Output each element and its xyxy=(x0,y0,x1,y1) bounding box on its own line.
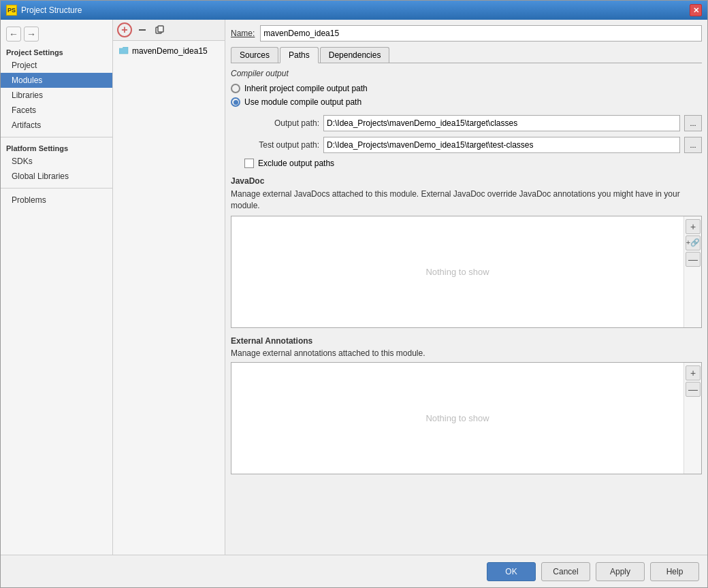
title-bar-left: PS Project Structure xyxy=(6,5,82,16)
javadoc-empty-label: Nothing to show xyxy=(425,267,489,277)
javadoc-box: Nothing to show + +🔗 — xyxy=(231,216,702,328)
tabs-row: Sources Paths Dependencies xyxy=(231,47,702,63)
nav-forward-button[interactable]: → xyxy=(24,27,39,42)
name-label: Name: xyxy=(231,29,255,38)
output-path-row: Output path: ... xyxy=(231,115,702,131)
javadoc-desc: Manage external JavaDocs attached to thi… xyxy=(231,189,702,212)
javadoc-section: JavaDoc Manage external JavaDocs attache… xyxy=(231,176,702,328)
radio-use-module-label: Use module compile output path xyxy=(244,97,361,107)
radio-use-module-item[interactable]: Use module compile output path xyxy=(231,97,702,107)
radio-inherit-item[interactable]: Inherit project compile output path xyxy=(231,84,702,93)
platform-settings-label: Platform Settings xyxy=(1,142,112,154)
sidebar-item-sdks[interactable]: SDKs xyxy=(1,154,112,169)
title-bar: PS Project Structure ✕ xyxy=(1,1,707,20)
ext-annotations-header: External Annotations xyxy=(231,336,702,346)
svg-rect-2 xyxy=(158,26,163,32)
module-item[interactable]: mavenDemo_idea15 xyxy=(116,44,222,59)
window-title: Project Structure xyxy=(21,5,82,15)
window-icon: PS xyxy=(6,5,17,16)
sidebar-item-artifacts[interactable]: Artifacts xyxy=(1,118,112,133)
project-structure-window: PS Project Structure ✕ ← → Project Setti… xyxy=(0,0,708,588)
remove-module-button[interactable] xyxy=(135,22,150,37)
help-button[interactable]: Help xyxy=(650,562,699,581)
javadoc-add-button[interactable]: + xyxy=(686,219,701,234)
javadoc-remove-button[interactable]: — xyxy=(686,252,701,267)
ok-button[interactable]: OK xyxy=(487,562,536,581)
project-settings-label: Project Settings xyxy=(1,46,112,58)
ext-annotations-section: External Annotations Manage external ann… xyxy=(231,336,702,474)
add-module-button[interactable]: + xyxy=(117,22,132,37)
sidebar: ← → Project Settings Project Modules Lib… xyxy=(1,20,113,555)
copy-module-button[interactable] xyxy=(152,22,167,37)
ext-annotations-box: Nothing to show + — xyxy=(231,362,702,474)
name-input[interactable] xyxy=(260,25,702,42)
javadoc-list: Nothing to show xyxy=(231,216,683,327)
module-panel: + xyxy=(113,20,225,555)
name-row: Name: xyxy=(231,25,702,42)
tab-sources[interactable]: Sources xyxy=(231,47,278,63)
sidebar-item-problems[interactable]: Problems xyxy=(1,193,112,208)
radio-use-module-circle xyxy=(231,97,240,107)
module-name: mavenDemo_idea15 xyxy=(132,46,208,56)
radio-inherit-label: Inherit project compile output path xyxy=(244,84,368,93)
javadoc-side-buttons: + +🔗 — xyxy=(683,216,701,327)
test-output-path-browse-button[interactable]: ... xyxy=(684,137,702,153)
sidebar-item-libraries[interactable]: Libraries xyxy=(1,88,112,103)
ext-annotations-side-buttons: + — xyxy=(683,363,701,474)
ext-annotations-empty-label: Nothing to show xyxy=(425,413,489,423)
test-output-path-input[interactable] xyxy=(323,137,680,153)
sidebar-item-global-libraries[interactable]: Global Libraries xyxy=(1,169,112,184)
output-path-browse-button[interactable]: ... xyxy=(684,115,702,131)
exclude-checkbox[interactable] xyxy=(244,159,254,168)
sidebar-item-facets[interactable]: Facets xyxy=(1,103,112,118)
apply-button[interactable]: Apply xyxy=(596,562,645,581)
tab-paths[interactable]: Paths xyxy=(280,47,319,63)
radio-group: Inherit project compile output path Use … xyxy=(231,84,702,107)
sidebar-item-modules[interactable]: Modules xyxy=(1,73,112,88)
cancel-button[interactable]: Cancel xyxy=(541,562,590,581)
main-area: Name: Sources Paths Dependencies Compile… xyxy=(225,20,707,555)
close-button[interactable]: ✕ xyxy=(690,4,702,16)
module-folder-icon xyxy=(118,46,129,56)
javadoc-add-url-button[interactable]: +🔗 xyxy=(686,235,701,250)
ext-annotations-remove-button[interactable]: — xyxy=(686,382,701,397)
nav-back-button[interactable]: ← xyxy=(6,27,21,42)
tab-dependencies[interactable]: Dependencies xyxy=(320,47,390,63)
main-content: ← → Project Settings Project Modules Lib… xyxy=(1,20,707,555)
bottom-bar: OK Cancel Apply Help xyxy=(1,555,707,587)
test-output-path-row: Test output path: ... xyxy=(231,137,702,153)
compiler-output-header: Compiler output xyxy=(231,69,702,78)
module-toolbar: + xyxy=(113,20,225,41)
sidebar-item-project[interactable]: Project xyxy=(1,58,112,73)
exclude-checkbox-row[interactable]: Exclude output paths xyxy=(231,159,702,168)
javadoc-header: JavaDoc xyxy=(231,176,702,186)
output-path-input[interactable] xyxy=(323,115,680,131)
module-list: mavenDemo_idea15 xyxy=(113,41,225,555)
exclude-label: Exclude output paths xyxy=(258,159,334,168)
radio-inherit-circle xyxy=(231,84,240,93)
test-output-path-label: Test output path: xyxy=(244,140,319,150)
tab-content: Compiler output Inherit project compile … xyxy=(231,69,702,549)
ext-annotations-add-button[interactable]: + xyxy=(686,365,701,380)
output-path-label: Output path: xyxy=(244,118,319,128)
sidebar-nav: ← → xyxy=(1,25,112,43)
ext-annotations-desc: Manage external annotations attached to … xyxy=(231,348,702,358)
svg-rect-0 xyxy=(139,29,146,31)
ext-annotations-list: Nothing to show xyxy=(231,363,683,474)
